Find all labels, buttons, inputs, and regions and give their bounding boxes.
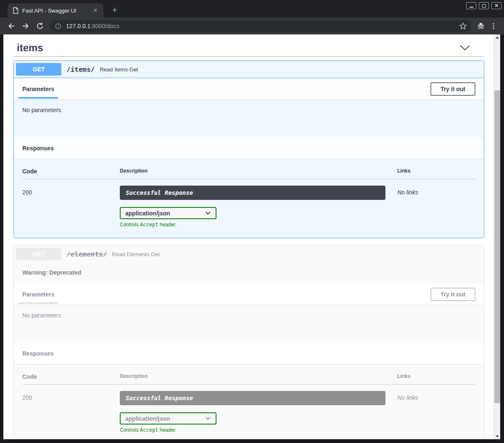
no-parameters-text: No parameters (14, 305, 484, 343)
endpoint-path: /elements/ (66, 250, 107, 258)
vertical-scrollbar[interactable] (493, 34, 500, 439)
browser-tab[interactable]: Fast API - Swagger UI ✕ (8, 3, 103, 18)
incognito-badge-icon (475, 20, 487, 32)
back-button[interactable] (5, 20, 18, 32)
tag-title: items (13, 42, 43, 54)
collapse-chevron-icon[interactable] (459, 45, 471, 51)
url-text: 127.0.0.1:8000/docs (66, 23, 459, 29)
responses-title: Responses (22, 137, 54, 159)
new-tab-button[interactable]: + (109, 5, 120, 16)
endpoint-summary: Read Items Get (100, 66, 138, 73)
parameters-tab[interactable]: Parameters (22, 78, 54, 100)
parameters-header: Parameters Try it out (14, 283, 484, 305)
endpoint-path: /items/ (66, 66, 95, 73)
try-it-out-button[interactable]: Try it out (430, 288, 475, 301)
http-method-badge: GET (16, 63, 61, 76)
column-header-description: Description (120, 168, 397, 174)
scroll-up-arrow[interactable] (494, 34, 500, 40)
tab-title: Fast API - Swagger UI (22, 8, 92, 14)
column-header-code: Code (22, 373, 120, 380)
window-maximize-button[interactable] (479, 2, 489, 9)
forward-button[interactable] (19, 20, 32, 32)
column-header-description: Description (120, 373, 397, 379)
responses-body: Code Description Links 200 Successful Re… (14, 159, 484, 238)
response-code: 200 (22, 186, 120, 196)
bookmark-star-icon[interactable] (459, 22, 467, 30)
column-header-code: Code (22, 168, 120, 175)
column-header-links: Links (397, 168, 475, 174)
opblock-summary[interactable]: GET /items/ Read Items Get (14, 61, 484, 78)
tab-close-icon[interactable]: ✕ (92, 7, 99, 14)
opblock-summary[interactable]: GET /elements/ Read Elements Get (14, 246, 484, 262)
tag-divider (13, 56, 484, 57)
no-parameters-text: No parameters (14, 100, 484, 137)
scroll-down-arrow[interactable] (494, 433, 500, 439)
tag-section-items[interactable]: items (13, 38, 484, 56)
response-row: 200 Successful Response application/json… (22, 179, 475, 228)
accept-header-note: Controls Accept header. (120, 427, 385, 433)
window-close-button[interactable]: ✕ (491, 2, 501, 9)
opblock-get-elements-deprecated: GET /elements/ Read Elements Get Warning… (13, 245, 484, 439)
response-description-box: Successful Response (120, 391, 385, 405)
browser-titlebar: Fast API - Swagger UI ✕ + ✕ (0, 0, 504, 18)
page-viewport: items GET /items/ Read Items Get Paramet… (3, 34, 500, 439)
responses-header: Responses (14, 137, 484, 159)
parameters-tab[interactable]: Parameters (22, 283, 54, 305)
select-chevron-icon (205, 417, 211, 420)
response-links: No links (397, 391, 475, 401)
response-description-box: Successful Response (120, 186, 385, 200)
browser-toolbar: 127.0.0.1:8000/docs (0, 18, 504, 34)
window-minimize-button[interactable] (466, 2, 476, 9)
responses-header: Responses (14, 343, 484, 364)
try-it-out-button[interactable]: Try it out (430, 82, 475, 96)
responses-body: Code Description Links 200 Successful Re… (14, 364, 484, 439)
select-chevron-icon (205, 211, 211, 215)
site-info-icon[interactable] (55, 23, 62, 30)
accept-header-note: Controls Accept header. (120, 222, 385, 228)
browser-menu-icon[interactable] (487, 20, 500, 32)
deprecated-warning: Warning: Deprecated (14, 262, 484, 283)
page-favicon-icon (13, 7, 18, 14)
responses-title: Responses (22, 343, 54, 364)
opblock-get-items: GET /items/ Read Items Get Parameters Tr… (13, 60, 484, 238)
column-header-links: Links (397, 373, 475, 379)
reload-button[interactable] (34, 20, 46, 32)
parameters-header: Parameters Try it out (14, 78, 484, 100)
address-bar[interactable]: 127.0.0.1:8000/docs (50, 20, 471, 32)
scrollbar-thumb[interactable] (494, 90, 500, 403)
response-links: No links (397, 186, 475, 196)
response-code: 200 (22, 391, 120, 401)
endpoint-summary: Read Elements Get (112, 251, 159, 257)
response-row: 200 Successful Response application/json… (22, 385, 475, 433)
http-method-badge: GET (16, 248, 61, 260)
media-type-select[interactable]: application/json (120, 207, 216, 219)
media-type-select[interactable]: application/json (120, 412, 216, 425)
